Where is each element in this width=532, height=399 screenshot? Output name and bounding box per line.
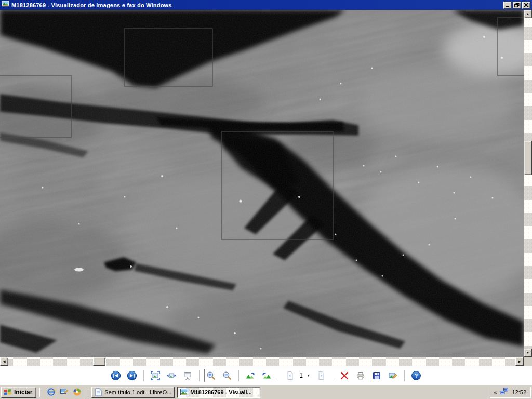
task-label: M181286769 - Visuali...: [190, 389, 251, 395]
previous-page-button[interactable]: [283, 369, 297, 382]
quick-launch-grip[interactable]: [39, 388, 41, 397]
vertical-scrollbar-track[interactable]: [524, 10, 532, 357]
best-fit-icon: [150, 370, 161, 381]
save-icon: [371, 370, 382, 381]
previous-image-button[interactable]: [109, 369, 123, 382]
close-button[interactable]: [522, 2, 530, 9]
dropdown-caret-icon: ▾: [308, 373, 310, 378]
zoom-in-icon: [206, 370, 216, 381]
taskband-grip[interactable]: [87, 388, 88, 397]
toolbar-separator: [278, 370, 278, 381]
svg-text:?: ?: [414, 373, 418, 379]
zoom-out-button[interactable]: [220, 369, 234, 382]
help-icon: ?: [411, 370, 421, 381]
scroll-up-button[interactable]: ▲: [524, 10, 532, 18]
toolbar-separator: [199, 370, 200, 381]
scroll-down-button[interactable]: ▼: [524, 349, 532, 357]
edit-image-button[interactable]: [386, 369, 400, 382]
libreoffice-document-icon: [95, 388, 102, 396]
restore-button[interactable]: [513, 2, 521, 9]
toolbar-separator: [143, 370, 144, 381]
edit-image-icon: [388, 370, 398, 381]
viewer-toolbar: 1 ▾: [0, 366, 532, 384]
window-title: M181286769 - Visualizador de imagens e f…: [11, 2, 501, 8]
horizontal-scrollbar[interactable]: ◀ ▶: [0, 357, 524, 366]
actual-size-icon: [166, 370, 177, 381]
vertical-scrollbar[interactable]: ▲ ▼: [524, 10, 532, 357]
scrollbar-corner: [524, 357, 532, 366]
delete-button[interactable]: [338, 369, 351, 382]
desktop-screen: M181286769 - Visualizador de imagens e f…: [0, 0, 532, 399]
restore-icon: [514, 3, 520, 7]
zoom-out-icon: [222, 370, 232, 381]
tray-expand-chevron[interactable]: «: [494, 389, 497, 395]
start-button[interactable]: Iniciar: [1, 387, 36, 398]
scroll-left-icon: ◀: [3, 360, 5, 363]
next-image-button[interactable]: [125, 369, 139, 382]
task-button-image-viewer[interactable]: M181286769 - Visuali...: [177, 387, 260, 398]
network-tray-icon[interactable]: [500, 388, 509, 396]
scroll-right-button[interactable]: ▶: [515, 357, 524, 366]
close-icon: [524, 3, 529, 7]
actual-size-button[interactable]: [165, 369, 178, 382]
zoom-in-button[interactable]: [204, 369, 218, 382]
start-slideshow-button[interactable]: [181, 369, 194, 382]
next-page-button[interactable]: [314, 369, 328, 382]
rotate-counterclockwise-icon: [261, 370, 272, 381]
next-page-icon: [316, 370, 326, 381]
help-button[interactable]: ?: [409, 369, 423, 382]
next-image-icon: [127, 370, 137, 381]
task-label: Sem título 1.odt - LibreO...: [104, 389, 171, 395]
media-player-icon[interactable]: [72, 388, 82, 397]
horizontal-scrollbar-thumb[interactable]: [93, 357, 105, 366]
image-viewport: [0, 10, 524, 357]
start-label: Iniciar: [14, 389, 32, 396]
minimize-button[interactable]: [503, 2, 512, 9]
best-fit-button[interactable]: [149, 369, 162, 382]
scroll-up-icon: ▲: [526, 12, 530, 16]
page-dropdown-button[interactable]: ▾: [305, 369, 312, 382]
print-button[interactable]: [354, 369, 367, 382]
minimize-icon: [505, 3, 510, 7]
vertical-scrollbar-thumb[interactable]: [524, 141, 532, 175]
system-tray: « 12:52: [490, 387, 531, 398]
previous-page-icon: [285, 370, 295, 381]
app-icon: [2, 0, 9, 10]
internet-explorer-icon[interactable]: [46, 388, 56, 397]
previous-image-icon: [111, 370, 121, 381]
scroll-down-icon: ▼: [526, 351, 530, 354]
toolbar-separator: [332, 370, 333, 381]
titlebar[interactable]: M181286769 - Visualizador de imagens e f…: [0, 0, 532, 10]
scroll-left-button[interactable]: ◀: [0, 357, 8, 366]
picture-viewer-icon: [180, 389, 188, 395]
rotate-clockwise-icon: [245, 370, 256, 381]
rotate-clockwise-button[interactable]: [244, 369, 257, 382]
quick-launch-bar: [44, 388, 84, 397]
windows-logo-icon: [4, 389, 12, 396]
lunar-image: [0, 10, 524, 357]
taskbar: Iniciar: [0, 384, 532, 399]
slideshow-icon: [182, 370, 193, 381]
page-number: 1: [299, 372, 303, 379]
save-button[interactable]: [370, 369, 383, 382]
toolbar-separator: [404, 370, 405, 381]
print-icon: [355, 370, 366, 381]
toolbar-separator: [238, 370, 239, 381]
rotate-counterclockwise-button[interactable]: [260, 369, 273, 382]
show-desktop-icon[interactable]: [59, 388, 69, 397]
task-button-libreoffice[interactable]: Sem título 1.odt - LibreO...: [91, 387, 175, 398]
delete-icon: [339, 370, 350, 381]
scroll-right-icon: ▶: [518, 360, 521, 363]
horizontal-scrollbar-track[interactable]: [0, 357, 524, 366]
tray-clock: 12:52: [512, 389, 526, 395]
